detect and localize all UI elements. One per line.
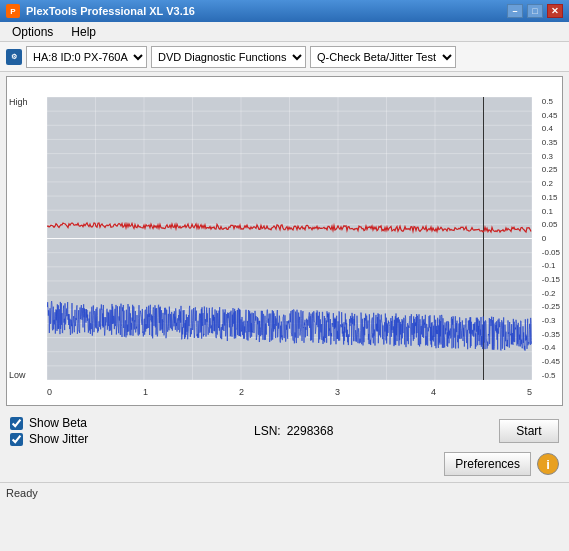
show-beta-label: Show Beta <box>29 416 87 430</box>
menu-options[interactable]: Options <box>4 23 61 41</box>
lsn-area: LSN: 2298368 <box>254 424 333 438</box>
status-text: Ready <box>6 487 38 499</box>
y-label-high: High <box>9 97 28 107</box>
bottom-row-1: Show Beta Show Jitter LSN: 2298368 Start <box>10 416 559 446</box>
title-bar: P PlexTools Professional XL V3.16 – □ ✕ <box>0 0 569 22</box>
menu-help[interactable]: Help <box>63 23 104 41</box>
minimize-button[interactable]: – <box>507 4 523 18</box>
y-label-low: Low <box>9 370 26 380</box>
device-icon: ⚙ <box>6 49 22 65</box>
test-select[interactable]: Q-Check Beta/Jitter Test <box>310 46 456 68</box>
toolbar: ⚙ HA:8 ID:0 PX-760A DVD Diagnostic Funct… <box>0 42 569 72</box>
chart-plot <box>47 97 532 380</box>
show-beta-checkbox[interactable] <box>10 417 23 430</box>
app-icon: P <box>6 4 20 18</box>
action-buttons: Start <box>499 419 559 443</box>
maximize-button[interactable]: □ <box>527 4 543 18</box>
bottom-row-2: Preferences i <box>10 448 559 476</box>
chart-area: High Low 0.5 0.45 0.4 0.35 0.3 0.25 0.2 … <box>6 76 563 406</box>
device-selector-area: ⚙ HA:8 ID:0 PX-760A <box>6 46 147 68</box>
window-title: PlexTools Professional XL V3.16 <box>26 5 195 17</box>
title-controls: – □ ✕ <box>507 4 563 18</box>
show-jitter-checkbox[interactable] <box>10 433 23 446</box>
show-beta-row: Show Beta <box>10 416 88 430</box>
device-select[interactable]: HA:8 ID:0 PX-760A <box>26 46 147 68</box>
start-button[interactable]: Start <box>499 419 559 443</box>
chart-canvas <box>47 97 532 380</box>
checkboxes: Show Beta Show Jitter <box>10 416 88 446</box>
lsn-value: 2298368 <box>287 424 334 438</box>
x-axis-labels: 0 1 2 3 4 5 <box>47 387 532 397</box>
close-button[interactable]: ✕ <box>547 4 563 18</box>
function-select[interactable]: DVD Diagnostic Functions <box>151 46 306 68</box>
bottom-panel: Show Beta Show Jitter LSN: 2298368 Start… <box>0 410 569 482</box>
menu-bar: Options Help <box>0 22 569 42</box>
status-bar: Ready <box>0 482 569 502</box>
lsn-label: LSN: <box>254 424 281 438</box>
preferences-button[interactable]: Preferences <box>444 452 531 476</box>
info-button[interactable]: i <box>537 453 559 475</box>
show-jitter-label: Show Jitter <box>29 432 88 446</box>
show-jitter-row: Show Jitter <box>10 432 88 446</box>
y-axis-right: 0.5 0.45 0.4 0.35 0.3 0.25 0.2 0.15 0.1 … <box>542 97 560 380</box>
